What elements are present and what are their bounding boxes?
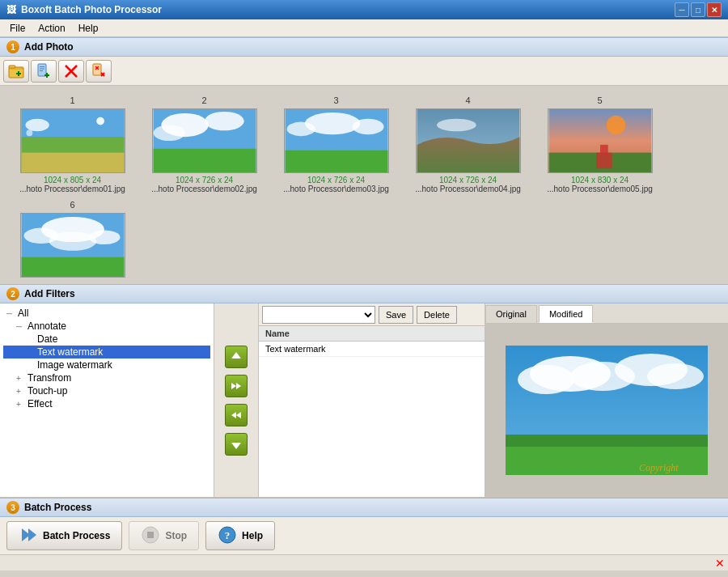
photo-thumb-3 bbox=[284, 108, 389, 173]
photo-number-6: 6 bbox=[70, 200, 74, 210]
tree-label-image-watermark: Image watermark bbox=[37, 359, 112, 371]
clear-icon bbox=[91, 63, 107, 79]
svg-point-20 bbox=[96, 117, 104, 125]
svg-rect-5 bbox=[40, 66, 44, 67]
svg-rect-12 bbox=[93, 64, 101, 75]
svg-rect-7 bbox=[40, 70, 43, 71]
batch-process-label: Batch Process bbox=[43, 530, 110, 541]
preview-tabs: Original Modified bbox=[485, 303, 728, 324]
filter-list-toolbar: Save Delete bbox=[259, 303, 485, 326]
help-label: Help bbox=[242, 530, 263, 541]
stop-button[interactable]: Stop bbox=[129, 521, 199, 550]
svg-marker-52 bbox=[231, 443, 241, 449]
section-number-1: 1 bbox=[6, 40, 19, 53]
svg-rect-22 bbox=[21, 153, 124, 172]
fast-forward-button[interactable] bbox=[225, 375, 248, 397]
photo-path-2: ...hoto Processor\demo02.jpg bbox=[142, 185, 267, 193]
photo-item-2[interactable]: 2 1024 x 726 x 24 ...hoto Processor\demo… bbox=[138, 92, 270, 197]
filter-list-header: Name bbox=[259, 326, 485, 342]
tree-expand-annotate: ─ bbox=[16, 322, 26, 331]
tree-expand-touchup: + bbox=[16, 387, 26, 396]
menu-bar: File Action Help bbox=[0, 19, 728, 37]
svg-rect-42 bbox=[21, 257, 124, 277]
svg-point-59 bbox=[647, 363, 704, 389]
remove-button[interactable] bbox=[58, 60, 84, 83]
maximize-button[interactable]: □ bbox=[691, 2, 705, 17]
svg-point-19 bbox=[25, 119, 49, 132]
photos-area[interactable]: 1 1024 x 805 x 24 ...hoto Processor\demo… bbox=[0, 86, 728, 284]
filters-section: ─ All ─ Annotate Date Text watermark Ima… bbox=[0, 303, 728, 498]
photo-dims-2: 1024 x 726 x 24 bbox=[176, 176, 233, 185]
stop-label: Stop bbox=[165, 530, 187, 541]
svg-rect-65 bbox=[147, 532, 154, 538]
photo-path-5: ...hoto Processor\demo05.jpg bbox=[537, 185, 662, 193]
filter-list-body: Text watermark bbox=[259, 342, 485, 497]
tree-item-effect[interactable]: + Effect bbox=[3, 397, 210, 410]
section-number-2: 2 bbox=[6, 287, 19, 300]
photo-item-5[interactable]: 5 1024 x 830 x 24 bbox=[534, 92, 666, 197]
svg-point-38 bbox=[606, 116, 624, 134]
svg-marker-63 bbox=[28, 528, 36, 541]
photo-number-3: 3 bbox=[333, 95, 338, 105]
move-down-button[interactable] bbox=[225, 433, 248, 456]
delete-preset-button[interactable]: Delete bbox=[417, 306, 457, 324]
svg-point-27 bbox=[205, 112, 244, 130]
move-up-button[interactable] bbox=[225, 346, 248, 368]
photo-item-6[interactable]: 6 bbox=[6, 197, 138, 283]
photo-item-3[interactable]: 3 1024 x 726 x 24 ...hoto Processor\demo… bbox=[270, 92, 402, 197]
tree-expand-img-wm bbox=[26, 361, 36, 370]
filter-row-0[interactable]: Text watermark bbox=[259, 342, 485, 357]
tree-item-annotate[interactable]: ─ Annotate bbox=[3, 320, 210, 333]
title-bar: 🖼 Boxoft Batch Photo Processor ─ □ ✕ bbox=[0, 0, 728, 19]
add-filters-header: 2 Add Filters bbox=[0, 284, 728, 303]
minimize-button[interactable]: ─ bbox=[675, 2, 689, 17]
tree-expand-effect: + bbox=[16, 400, 26, 409]
add-file-button[interactable] bbox=[31, 60, 57, 83]
tree-item-text-watermark[interactable]: Text watermark bbox=[3, 346, 210, 359]
close-button[interactable]: ✕ bbox=[707, 2, 722, 17]
filter-preset-select[interactable] bbox=[262, 306, 375, 324]
save-preset-button[interactable]: Save bbox=[379, 306, 413, 324]
svg-point-35 bbox=[437, 119, 476, 132]
photo-item-4[interactable]: 4 1024 bbox=[402, 92, 534, 197]
app-title: Boxoft Batch Photo Processor bbox=[21, 4, 162, 15]
down-arrow-icon bbox=[230, 438, 243, 451]
tree-item-all[interactable]: ─ All bbox=[3, 307, 210, 320]
add-folder-button[interactable] bbox=[3, 60, 29, 83]
tree-label-text-watermark: Text watermark bbox=[37, 346, 103, 358]
add-filters-label: Add Filters bbox=[24, 288, 75, 299]
svg-marker-49 bbox=[236, 383, 241, 389]
photo-item-1[interactable]: 1 1024 x 805 x 24 ...hoto Processor\demo… bbox=[6, 92, 138, 197]
filter-controls bbox=[214, 303, 259, 497]
tree-item-image-watermark[interactable]: Image watermark bbox=[3, 359, 210, 371]
menu-action[interactable]: Action bbox=[32, 21, 71, 36]
photos-grid: 1 1024 x 805 x 24 ...hoto Processor\demo… bbox=[0, 86, 728, 284]
svg-rect-6 bbox=[40, 68, 44, 69]
photo-toolbar bbox=[0, 57, 728, 86]
photo-dims-4: 1024 x 726 x 24 bbox=[439, 176, 497, 185]
section-number-3: 3 bbox=[6, 501, 19, 514]
clear-button[interactable] bbox=[86, 60, 112, 83]
rewind-button[interactable] bbox=[225, 404, 248, 426]
add-file-icon bbox=[36, 63, 52, 79]
svg-marker-47 bbox=[231, 352, 241, 359]
batch-process-button[interactable]: Batch Process bbox=[6, 521, 122, 550]
preview-panel: Original Modified bbox=[485, 303, 728, 497]
photo-thumb-2 bbox=[152, 108, 257, 173]
tree-item-touchup[interactable]: + Touch-up bbox=[3, 384, 210, 397]
tree-item-transform[interactable]: + Transfrom bbox=[3, 371, 210, 384]
remove-icon bbox=[63, 63, 79, 79]
svg-text:Copyright: Copyright bbox=[639, 462, 679, 473]
menu-help[interactable]: Help bbox=[72, 21, 105, 36]
help-button[interactable]: ? Help bbox=[205, 521, 275, 550]
tab-modified[interactable]: Modified bbox=[539, 305, 594, 323]
stop-icon bbox=[141, 525, 160, 547]
photo-thumb-5 bbox=[548, 108, 653, 173]
menu-file[interactable]: File bbox=[3, 21, 32, 36]
filter-list-panel: Save Delete Name Text watermark bbox=[259, 303, 485, 497]
svg-point-56 bbox=[518, 365, 574, 394]
tree-label-all: All bbox=[18, 308, 28, 319]
status-indicator: ✕ bbox=[715, 557, 725, 570]
tree-item-date[interactable]: Date bbox=[3, 333, 210, 346]
tab-original[interactable]: Original bbox=[485, 305, 537, 323]
